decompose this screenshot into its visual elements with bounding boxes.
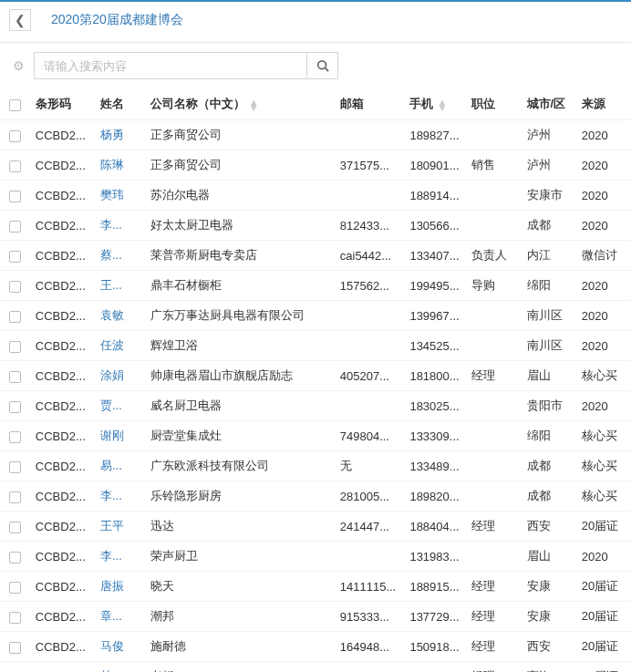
cell-email: 137918...: [335, 662, 405, 673]
cell-position: [466, 481, 521, 512]
search-button[interactable]: [307, 52, 338, 79]
header-position[interactable]: 职位: [466, 88, 521, 120]
row-select-cell[interactable]: [0, 331, 30, 361]
cell-name[interactable]: 袁敏: [95, 301, 145, 331]
table-row[interactable]: CCBD2...涂娟帅康电器眉山市旗舰店励志405207...181800...…: [0, 361, 631, 391]
header-mobile[interactable]: 手机▲▼: [404, 88, 466, 120]
row-select-cell[interactable]: [0, 632, 30, 662]
cell-name[interactable]: 李...: [95, 481, 145, 512]
row-checkbox[interactable]: [9, 552, 21, 563]
row-checkbox[interactable]: [9, 461, 21, 473]
row-select-cell[interactable]: [0, 211, 30, 241]
row-checkbox[interactable]: [9, 130, 21, 142]
table-row[interactable]: CCBD2...任波辉煌卫浴134525...南川区2020: [0, 331, 631, 361]
header-email[interactable]: 邮箱: [335, 88, 405, 120]
cell-name[interactable]: 易...: [95, 451, 145, 481]
row-checkbox[interactable]: [9, 251, 21, 263]
row-select-cell[interactable]: [0, 421, 30, 451]
cell-name[interactable]: 涂娟: [95, 361, 145, 391]
cell-name[interactable]: 杨勇: [95, 120, 145, 150]
row-checkbox[interactable]: [9, 582, 21, 594]
cell-name[interactable]: 李...: [95, 211, 145, 241]
table-row[interactable]: CCBD2...王...鼎丰石材橱柜157562...199495...导购绵阳…: [0, 271, 631, 301]
row-select-cell[interactable]: [0, 662, 30, 673]
breadcrumb[interactable]: 2020第20届成都建博会: [51, 12, 183, 28]
table-row[interactable]: CCBD2...马俊施耐德164948...150918...经理西安20届证: [0, 632, 631, 662]
sort-icon[interactable]: ▲▼: [249, 99, 259, 110]
row-checkbox[interactable]: [9, 160, 21, 172]
cell-city: 绵阳: [522, 421, 576, 451]
table-row[interactable]: CCBD2...樊玮苏泊尔电器188914...安康市2020: [0, 181, 631, 211]
row-select-cell[interactable]: [0, 451, 30, 481]
row-checkbox[interactable]: [9, 221, 21, 233]
table-row[interactable]: CCBD2...贾...威名厨卫电器183025...贵阳市2020: [0, 391, 631, 421]
table-row[interactable]: CCBD2...李...好太太厨卫电器812433...130566...成都2…: [0, 211, 631, 241]
row-select-cell[interactable]: [0, 120, 30, 150]
header-company[interactable]: 公司名称（中文）▲▼: [145, 88, 335, 120]
header-city[interactable]: 城市/区: [522, 88, 576, 120]
table-row[interactable]: CCBD2...蔡...莱普帝斯厨电专卖店cai5442...133407...…: [0, 241, 631, 271]
cell-name[interactable]: 唐振: [95, 572, 145, 602]
row-select-cell[interactable]: [0, 481, 30, 512]
row-checkbox[interactable]: [9, 491, 21, 503]
row-select-cell[interactable]: [0, 602, 30, 632]
table-row[interactable]: CCBD2...林...老板137918...138914...经理商洛20届证: [0, 662, 631, 673]
cell-name[interactable]: 王...: [95, 271, 145, 301]
select-all-checkbox[interactable]: [9, 99, 21, 111]
header-name[interactable]: 姓名: [95, 88, 145, 120]
row-select-cell[interactable]: [0, 271, 30, 301]
table-row[interactable]: CCBD2...袁敏广东万事达厨具电器有限公司139967...南川区2020: [0, 301, 631, 331]
cell-name[interactable]: 谢刚: [95, 421, 145, 451]
cell-name[interactable]: 陈琳: [95, 150, 145, 181]
row-select-cell[interactable]: [0, 301, 30, 331]
row-checkbox[interactable]: [9, 191, 21, 202]
back-button[interactable]: ❮: [9, 9, 31, 31]
select-all-header[interactable]: [0, 88, 30, 120]
row-checkbox[interactable]: [9, 642, 21, 654]
table-row[interactable]: CCBD2...易...广东欧派科技有限公司无133489...成都核心买: [0, 451, 631, 481]
row-select-cell[interactable]: [0, 150, 30, 181]
table-row[interactable]: CCBD2...杨勇正多商贸公司189827...泸州2020: [0, 120, 631, 150]
gear-icon[interactable]: ⚙: [13, 58, 25, 73]
cell-name[interactable]: 任波: [95, 331, 145, 361]
cell-name[interactable]: 王平: [95, 512, 145, 542]
cell-name[interactable]: 李...: [95, 542, 145, 572]
row-checkbox[interactable]: [9, 612, 21, 624]
row-checkbox[interactable]: [9, 311, 21, 323]
sort-icon[interactable]: ▲▼: [437, 99, 447, 110]
row-checkbox[interactable]: [9, 281, 21, 293]
header-barcode[interactable]: 条形码: [30, 88, 95, 120]
table-row[interactable]: CCBD2...章...潮邦915333...137729...经理安康20届证: [0, 602, 631, 632]
table-row[interactable]: CCBD2...陈琳正多商贸公司371575...180901...销售泸州20…: [0, 150, 631, 181]
cell-company: 正多商贸公司: [145, 120, 335, 150]
cell-city: 眉山: [522, 542, 576, 572]
row-select-cell[interactable]: [0, 241, 30, 271]
search-input[interactable]: [34, 52, 307, 79]
cell-mobile: 189820...: [404, 481, 466, 512]
row-select-cell[interactable]: [0, 512, 30, 542]
table-row[interactable]: CCBD2...李...乐铃隐形厨房281005...189820...成都核心…: [0, 481, 631, 512]
row-select-cell[interactable]: [0, 181, 30, 211]
cell-source: 2020: [576, 211, 631, 241]
table-row[interactable]: CCBD2...王平迅达241447...188404...经理西安20届证: [0, 512, 631, 542]
row-checkbox[interactable]: [9, 341, 21, 353]
table-row[interactable]: CCBD2...李...荣声厨卫131983...眉山2020: [0, 542, 631, 572]
cell-name[interactable]: 贾...: [95, 391, 145, 421]
cell-mobile: 188404...: [404, 512, 466, 542]
row-checkbox[interactable]: [9, 431, 21, 443]
row-checkbox[interactable]: [9, 401, 21, 413]
cell-name[interactable]: 马俊: [95, 632, 145, 662]
row-checkbox[interactable]: [9, 522, 21, 533]
row-select-cell[interactable]: [0, 542, 30, 572]
row-select-cell[interactable]: [0, 361, 30, 391]
cell-name[interactable]: 蔡...: [95, 241, 145, 271]
row-select-cell[interactable]: [0, 572, 30, 602]
cell-name[interactable]: 林...: [95, 662, 145, 673]
header-source[interactable]: 来源: [576, 88, 631, 120]
cell-name[interactable]: 章...: [95, 602, 145, 632]
table-row[interactable]: CCBD2...谢刚厨壹堂集成灶749804...133309...绵阳核心买: [0, 421, 631, 451]
cell-name[interactable]: 樊玮: [95, 181, 145, 211]
row-select-cell[interactable]: [0, 391, 30, 421]
table-row[interactable]: CCBD2...唐振晓天1411115...188915...经理安康20届证: [0, 572, 631, 602]
row-checkbox[interactable]: [9, 371, 21, 383]
